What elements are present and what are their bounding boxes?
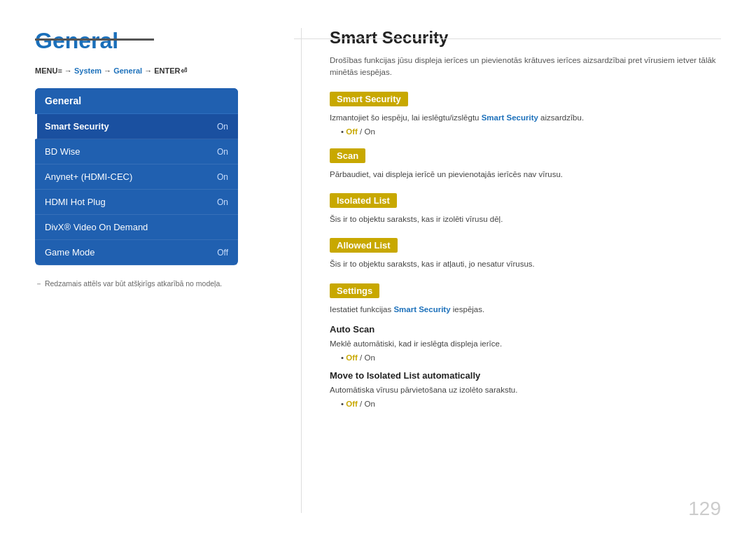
menu-box: General Smart Security On BD Wise On Any… xyxy=(35,88,238,265)
menu-item-anynet-label: Anynet+ (HDMI-CEC) xyxy=(45,171,132,182)
option-on-2: On xyxy=(364,353,374,362)
desc-settings: Iestatiet funkcijas Smart Security iespē… xyxy=(330,304,721,316)
option-on-1: On xyxy=(364,127,374,136)
menu-item-smart-security-label: Smart Security xyxy=(45,121,109,132)
content-main-title: Smart Security xyxy=(330,28,721,48)
desc-scan: Pārbaudiet, vai displeja ierīcē un pievi… xyxy=(330,169,721,181)
sub-title-move-isolated: Move to Isolated List automatically xyxy=(330,370,721,381)
right-column: Smart Security Drošības funkcijas jūsu d… xyxy=(316,28,721,513)
desc-auto-scan: Meklē automātiski, kad ir ieslēgta displ… xyxy=(330,338,721,350)
menu-item-bd-wise-value: On xyxy=(217,147,228,157)
bold-smart-security: Smart Security xyxy=(482,113,538,122)
option-auto-scan: Off / On xyxy=(341,353,721,362)
section-allowed-list: Allowed List Šis ir to objektu saraksts,… xyxy=(330,238,721,270)
page-number: 129 xyxy=(688,498,721,520)
section-scan: Scan Pārbaudiet, vai displeja ierīcē un … xyxy=(330,148,721,181)
section-smart-security: Smart Security Izmantojiet šo iespēju, l… xyxy=(330,92,721,136)
option-slash-3: / xyxy=(358,400,365,408)
menu-item-hdmi-hot-plug-value: On xyxy=(217,197,228,207)
desc-smart-security: Izmantojiet šo iespēju, lai ieslēgtu/izs… xyxy=(330,112,721,124)
menu-item-smart-security[interactable]: Smart Security On xyxy=(35,114,238,139)
desc-isolated-list: Šis ir to objektu saraksts, kas ir izolē… xyxy=(330,213,721,225)
content-intro: Drošības funkcijas jūsu displeja ierīces… xyxy=(330,55,721,79)
menu-item-divx[interactable]: DivX® Video On Demand xyxy=(35,215,238,240)
option-on-3: On xyxy=(364,400,374,408)
menu-item-smart-security-value: On xyxy=(217,122,228,132)
menu-item-bd-wise-label: BD Wise xyxy=(45,146,80,157)
option-move-isolated: Off / On xyxy=(341,400,721,408)
section-isolated-list: Isolated List Šis ir to objektu saraksts… xyxy=(330,193,721,225)
breadcrumb-general: General xyxy=(113,66,142,75)
top-decorative-line xyxy=(35,38,154,41)
menu-item-anynet[interactable]: Anynet+ (HDMI-CEC) On xyxy=(35,164,238,190)
vertical-divider xyxy=(301,28,302,513)
top-separator-line xyxy=(294,38,721,39)
option-smart-security: Off / On xyxy=(341,127,721,136)
heading-allowed-list: Allowed List xyxy=(330,238,398,253)
bold-smart-security-2: Smart Security xyxy=(393,305,450,314)
heading-scan: Scan xyxy=(330,148,365,163)
left-column: General MENU≡ → System → General → ENTER… xyxy=(35,28,287,513)
menu-item-hdmi-hot-plug[interactable]: HDMI Hot Plug On xyxy=(35,190,238,215)
menu-item-hdmi-hot-plug-label: HDMI Hot Plug xyxy=(45,197,106,207)
breadcrumb: MENU≡ → System → General → ENTER⏎ xyxy=(35,66,266,76)
menu-item-anynet-value: On xyxy=(217,172,228,182)
menu-item-bd-wise[interactable]: BD Wise On xyxy=(35,139,238,164)
heading-smart-security: Smart Security xyxy=(330,92,408,106)
footnote: － Redzamais attēls var būt atšķirīgs atk… xyxy=(35,279,266,289)
desc-move-isolated: Automātiska vīrusu pārvietošana uz izolē… xyxy=(330,384,721,396)
option-slash-1: / xyxy=(358,127,365,136)
option-off-1: Off xyxy=(346,127,358,136)
option-off-2: Off xyxy=(346,353,358,362)
option-slash-2: / xyxy=(358,353,365,362)
section-settings: Settings Iestatiet funkcijas Smart Secur… xyxy=(330,283,721,409)
menu-item-game-mode-value: Off xyxy=(217,248,228,258)
menu-header: General xyxy=(35,88,238,114)
heading-settings: Settings xyxy=(330,283,379,298)
menu-item-game-mode[interactable]: Game Mode Off xyxy=(35,240,238,265)
sub-title-auto-scan: Auto Scan xyxy=(330,324,721,335)
menu-item-game-mode-label: Game Mode xyxy=(45,247,95,258)
heading-isolated-list: Isolated List xyxy=(330,193,397,208)
page-title: General xyxy=(35,28,266,54)
breadcrumb-system: System xyxy=(74,66,102,75)
sub-section-auto-scan: Auto Scan Meklē automātiski, kad ir iesl… xyxy=(330,324,721,362)
desc-allowed-list: Šis ir to objektu saraksts, kas ir atļau… xyxy=(330,258,721,270)
sub-section-move-isolated: Move to Isolated List automatically Auto… xyxy=(330,370,721,408)
option-off-3: Off xyxy=(346,400,358,408)
menu-item-divx-label: DivX® Video On Demand xyxy=(45,222,148,232)
